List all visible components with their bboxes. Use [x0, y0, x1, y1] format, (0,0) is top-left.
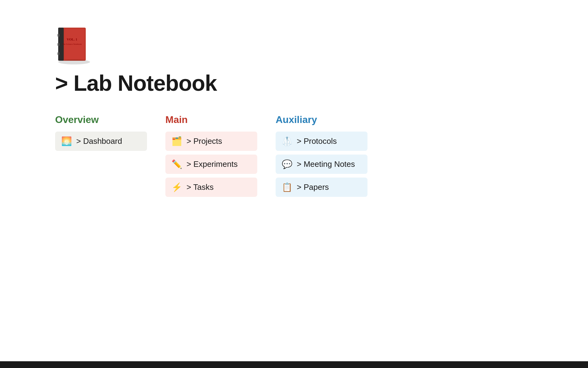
- nav-item-tasks[interactable]: ⚡ > Tasks: [165, 178, 257, 197]
- svg-text:VOL. 1: VOL. 1: [67, 37, 77, 41]
- projects-icon: 🗂️: [172, 137, 182, 146]
- overview-column: Overview 🌅 > Dashboard: [55, 114, 147, 151]
- protocols-icon: 🥼: [282, 137, 292, 146]
- main-column: Main 🗂️ > Projects ✏️ > Experiments ⚡ > …: [165, 114, 257, 197]
- page-container: VOL. 1 The Science Notebook > Lab Notebo…: [0, 0, 588, 221]
- meeting-notes-icon: 💬: [282, 160, 292, 169]
- page-title: > Lab Notebook: [55, 71, 533, 96]
- auxiliary-column: Auxiliary 🥼 > Protocols 💬 > Meeting Note…: [276, 114, 368, 197]
- nav-item-meeting-notes[interactable]: 💬 > Meeting Notes: [276, 155, 368, 174]
- main-header: Main: [165, 114, 257, 125]
- tasks-icon: ⚡: [172, 183, 182, 192]
- dashboard-icon: 🌅: [61, 137, 72, 146]
- nav-item-papers[interactable]: 📋 > Papers: [276, 178, 368, 197]
- papers-label: > Papers: [297, 182, 329, 192]
- dashboard-label: > Dashboard: [76, 136, 122, 146]
- meeting-notes-label: > Meeting Notes: [297, 159, 355, 169]
- tasks-label: > Tasks: [187, 182, 213, 192]
- bottom-bar: [0, 361, 588, 368]
- nav-item-protocols[interactable]: 🥼 > Protocols: [276, 132, 368, 151]
- papers-icon: 📋: [282, 183, 292, 192]
- svg-rect-6: [58, 43, 59, 46]
- columns-container: Overview 🌅 > Dashboard Main 🗂️ > Project…: [55, 114, 533, 197]
- svg-point-8: [58, 59, 90, 64]
- auxiliary-header: Auxiliary: [276, 114, 368, 125]
- nav-item-dashboard[interactable]: 🌅 > Dashboard: [55, 132, 147, 151]
- experiments-icon: ✏️: [172, 160, 182, 169]
- protocols-label: > Protocols: [297, 136, 337, 146]
- nav-item-projects[interactable]: 🗂️ > Projects: [165, 132, 257, 151]
- book-icon: VOL. 1 The Science Notebook: [55, 25, 92, 61]
- experiments-label: > Experiments: [187, 159, 238, 169]
- svg-rect-5: [58, 34, 59, 37]
- svg-text:The Science Notebook: The Science Notebook: [62, 43, 82, 45]
- overview-header: Overview: [55, 114, 147, 125]
- svg-rect-7: [58, 52, 59, 55]
- projects-label: > Projects: [187, 136, 222, 146]
- nav-item-experiments[interactable]: ✏️ > Experiments: [165, 155, 257, 174]
